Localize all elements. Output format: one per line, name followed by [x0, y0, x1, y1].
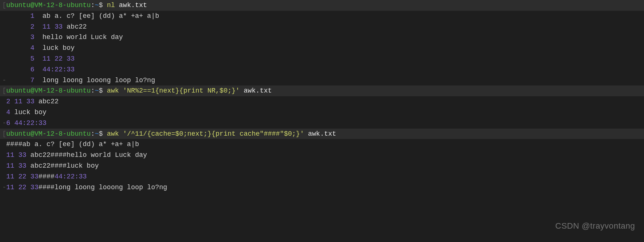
command-awk: awk	[107, 130, 119, 138]
file-text: ab a. c? [ee] (dd) a* +a+ a|b	[42, 12, 159, 20]
colon: :	[91, 1, 95, 9]
file-numbers: 11 33	[42, 23, 63, 30]
line-number: 3	[6, 32, 35, 43]
hash-separator: abc22####	[26, 151, 67, 159]
awk-output-row: 11 22 33####44:22:33	[0, 171, 644, 182]
line-number: 6	[6, 64, 35, 75]
awk-output-row: 4 luck boy	[0, 107, 644, 118]
dollar: $	[99, 130, 103, 138]
hash-separator: ####	[38, 184, 54, 191]
row-number: 4	[6, 109, 10, 116]
gutter-dash: -	[2, 75, 6, 86]
output-text: hello world Luck day	[67, 151, 147, 159]
arg-file: awk.txt	[308, 130, 336, 138]
gutter-open: [	[2, 85, 6, 96]
awk-output-row: 11 33 abc22####luck boy	[0, 161, 644, 171]
row-number: 2	[6, 98, 10, 105]
output-numbers: 44:22:33	[14, 119, 46, 127]
output-text: long loong looong loop lo?ng	[54, 184, 167, 191]
gutter-open: [	[2, 129, 6, 139]
output-text: abc22	[34, 98, 58, 105]
awk-output-row: ####ab a. c? [ee] (dd) a* +a+ a|b	[0, 139, 644, 150]
prompt-line-1[interactable]: [ubuntu@VM-12-8-ubuntu:~$ nl awk.txt	[0, 0, 644, 11]
awk-output-row: -11 22 33####long loong looong loop lo?n…	[0, 182, 644, 193]
file-numbers: 44:22:33	[42, 66, 74, 73]
gutter-dash: -	[2, 182, 6, 193]
gutter-dash: -	[2, 118, 6, 129]
arg-file: awk.txt	[119, 1, 147, 9]
output-numbers: 11 33	[14, 98, 34, 105]
path: ~	[95, 130, 99, 138]
awk-output-row: 11 33 abc22####hello world Luck day	[0, 150, 644, 161]
hash-separator: abc22####	[26, 162, 67, 170]
command-nl: nl	[107, 1, 115, 9]
user-host: ubuntu@VM-12-8-ubuntu	[6, 87, 91, 94]
nl-output-row: 4luck boy	[0, 43, 644, 54]
user-host: ubuntu@VM-12-8-ubuntu	[6, 1, 91, 9]
awk-output-row: -6 44:22:33	[0, 118, 644, 129]
arg-file: awk.txt	[244, 87, 272, 94]
line-number: 1	[6, 11, 35, 22]
nl-output-row: 644:22:33	[0, 64, 644, 75]
output-text: luck boy	[67, 162, 99, 170]
output-numbers: 11 22 33	[6, 184, 38, 191]
line-number: 7	[6, 75, 35, 86]
file-text: long loong looong loop lo?ng	[42, 77, 155, 84]
file-text: luck boy	[42, 44, 74, 52]
awk-script: 'NR%2==1{next}{print NR,$0;}'	[123, 87, 239, 94]
output-text: luck boy	[10, 109, 47, 116]
nl-output-row: -7long loong looong loop lo?ng	[0, 75, 644, 86]
line-number: 4	[6, 43, 35, 54]
file-text: abc22	[63, 23, 87, 30]
nl-output-row: 211 33 abc22	[0, 22, 644, 32]
output-numbers: 11 33	[6, 162, 26, 170]
file-numbers: 11 22 33	[42, 55, 74, 62]
colon: :	[91, 130, 95, 138]
line-number: 2	[6, 22, 35, 32]
dollar: $	[99, 87, 103, 94]
gutter-open: [	[2, 0, 6, 11]
row-number: 6	[6, 119, 10, 127]
path: ~	[95, 87, 99, 94]
dollar: $	[99, 1, 103, 9]
nl-output-row: 1ab a. c? [ee] (dd) a* +a+ a|b	[0, 11, 644, 22]
prompt-line-2[interactable]: [ubuntu@VM-12-8-ubuntu:~$ awk 'NR%2==1{n…	[0, 85, 644, 96]
output-numbers: 11 22 33	[6, 173, 38, 180]
hash-separator: ####	[6, 141, 22, 148]
nl-output-row: 511 22 33	[0, 54, 644, 64]
path: ~	[95, 1, 99, 9]
awk-output-row: 2 11 33 abc22	[0, 96, 644, 107]
command-awk: awk	[107, 87, 119, 94]
nl-output-row: 3hello world Luck day	[0, 32, 644, 43]
hash-separator: ####	[38, 173, 54, 180]
awk-script: '/^11/{cache=$0;next;}{print cache"####"…	[123, 130, 304, 138]
line-number: 5	[6, 54, 35, 64]
output-text: ab a. c? [ee] (dd) a* +a+ a|b	[22, 141, 139, 148]
file-text: hello world Luck day	[42, 33, 123, 41]
user-host: ubuntu@VM-12-8-ubuntu	[6, 130, 91, 138]
output-numbers-2: 44:22:33	[54, 173, 86, 180]
colon: :	[91, 87, 95, 94]
prompt-line-3[interactable]: [ubuntu@VM-12-8-ubuntu:~$ awk '/^11/{cac…	[0, 129, 644, 139]
output-numbers: 11 33	[6, 151, 26, 159]
